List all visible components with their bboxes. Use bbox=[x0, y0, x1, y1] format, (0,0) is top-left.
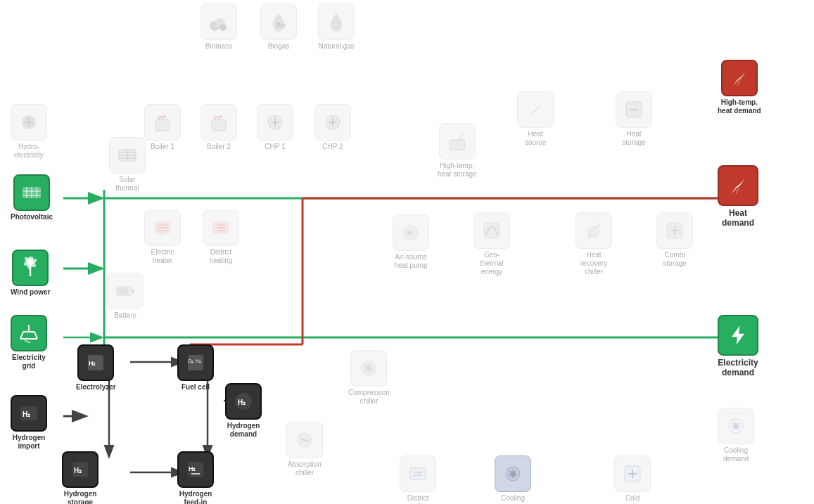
cooling-source-node[interactable]: Coolingsource bbox=[495, 455, 531, 504]
air-source-hp-node[interactable]: ❄ Air-sourceheat pump bbox=[393, 214, 429, 270]
electricity-grid-icon bbox=[11, 315, 47, 351]
geo-thermal-label: Geo-thermalenergy bbox=[480, 251, 503, 276]
battery-label: Battery bbox=[114, 311, 136, 320]
hydrogen-storage-node[interactable]: H₂ Hydrogenstorage bbox=[62, 451, 98, 504]
hydrogen-feedin-label: Hydrogenfeed-in bbox=[179, 490, 212, 504]
biogas-node[interactable]: Bio Biogas bbox=[260, 4, 297, 51]
chp1-icon bbox=[257, 104, 293, 141]
heat-storage-top-label: Heatstorage bbox=[622, 130, 645, 147]
high-temp-storage-label: High-temp.heat storage bbox=[438, 162, 477, 179]
hydrogen-demand-node[interactable]: H₂ Hydrogendemand bbox=[225, 383, 262, 439]
electrolyzer-label: Electrolyzer bbox=[76, 383, 116, 392]
battery-icon bbox=[107, 273, 144, 309]
svg-rect-30 bbox=[450, 140, 465, 150]
boiler1-label: Boiler 1 bbox=[151, 143, 174, 151]
heat-source-top-node[interactable]: Heatsource bbox=[517, 91, 554, 147]
heat-recovery-label: Heatrecoverychiller bbox=[580, 251, 607, 276]
electric-heater-node[interactable]: + - Electricheater bbox=[144, 209, 181, 265]
electricity-demand-icon bbox=[718, 315, 758, 356]
fuel-cell-node[interactable]: O₂ H₂ Fuel cell bbox=[177, 344, 214, 392]
fuel-cell-label: Fuel cell bbox=[182, 383, 210, 392]
cooling-demand-node[interactable]: Coolingdemand bbox=[718, 408, 754, 463]
wind-power-icon bbox=[12, 250, 49, 286]
natural-gas-node[interactable]: Natural gas bbox=[318, 4, 355, 51]
biomass-label: Biomass bbox=[205, 42, 232, 51]
hydrogen-import-node[interactable]: H₂ Hydrogenimport bbox=[11, 395, 47, 451]
biomass-node[interactable]: Biomass bbox=[201, 4, 237, 51]
hydro-icon bbox=[11, 104, 47, 141]
wind-power-node[interactable]: Wind power bbox=[11, 250, 51, 297]
svg-text:H₂: H₂ bbox=[196, 358, 201, 363]
chp2-node[interactable]: CHP 2 bbox=[314, 104, 351, 151]
boiler2-icon bbox=[201, 104, 237, 141]
heat-storage-top-node[interactable]: Heatstorage bbox=[616, 91, 652, 147]
high-temp-storage-icon bbox=[439, 123, 476, 160]
svg-line-60 bbox=[20, 332, 23, 339]
heat-demand-label: Heatdemand bbox=[722, 208, 754, 228]
cooling-source-label: Coolingsource bbox=[501, 494, 525, 504]
district-cooling-node[interactable]: Districtcooling bbox=[400, 455, 436, 504]
electrolyzer-node[interactable]: H₂ Electrolyzer bbox=[76, 344, 116, 392]
cold-storage-icon bbox=[614, 455, 651, 492]
svg-line-61 bbox=[34, 332, 37, 339]
photovoltaic-icon bbox=[13, 174, 50, 211]
compression-chiller-icon bbox=[350, 350, 387, 387]
biogas-icon: Bio bbox=[260, 4, 297, 40]
svg-point-49 bbox=[588, 226, 599, 238]
absorption-chiller-icon bbox=[286, 422, 323, 458]
svg-rect-57 bbox=[118, 288, 128, 294]
chp1-label: CHP 1 bbox=[265, 143, 285, 151]
solar-thermal-node[interactable]: Solarthermal bbox=[109, 137, 146, 193]
svg-rect-56 bbox=[132, 290, 134, 292]
compression-chiller-node[interactable]: Compressionchiller bbox=[348, 350, 390, 406]
hydrogen-import-label: Hydrogenimport bbox=[13, 434, 46, 451]
heat-demand-icon bbox=[718, 165, 758, 206]
hydrogen-storage-icon: H₂ bbox=[62, 451, 98, 488]
boiler1-node[interactable]: Boiler 1 bbox=[144, 104, 181, 151]
hydro-node[interactable]: Hydro-electricity bbox=[11, 104, 47, 160]
biomass-icon bbox=[201, 4, 237, 40]
svg-marker-63 bbox=[732, 326, 744, 345]
high-temp-demand-node[interactable]: High-temp.heat demand bbox=[718, 60, 761, 115]
photovoltaic-node[interactable]: Photovoltaic bbox=[11, 174, 53, 221]
battery-node[interactable]: Battery bbox=[107, 273, 144, 320]
chp1-node[interactable]: CHP 1 bbox=[257, 104, 293, 151]
electricity-grid-node[interactable]: Electricitygrid bbox=[11, 315, 47, 370]
geo-thermal-node[interactable]: Geo-thermalenergy bbox=[473, 212, 510, 276]
svg-text:H₂: H₂ bbox=[89, 360, 96, 367]
cooling-demand-label: Coolingdemand bbox=[723, 446, 749, 463]
hydrogen-storage-label: Hydrogenstorage bbox=[64, 490, 97, 504]
electricity-demand-node[interactable]: Electricitydemand bbox=[718, 315, 758, 378]
cold-storage-node[interactable]: Coldstorage bbox=[614, 455, 651, 504]
solar-thermal-icon bbox=[109, 137, 146, 174]
electric-heater-icon: + - bbox=[144, 209, 181, 246]
absorption-chiller-node[interactable]: Absorptionchiller bbox=[286, 422, 323, 477]
boiler2-node[interactable]: Boiler 2 bbox=[201, 104, 237, 151]
svg-text:H₂: H₂ bbox=[74, 467, 82, 474]
hydrogen-import-icon: H₂ bbox=[11, 395, 47, 432]
combi-storage-label: Combistorage bbox=[663, 251, 686, 268]
svg-text:H₂: H₂ bbox=[238, 399, 246, 406]
heat-source-top-icon bbox=[517, 91, 554, 128]
combi-storage-node[interactable]: Combistorage bbox=[656, 212, 693, 268]
svg-text:H₂: H₂ bbox=[189, 465, 196, 472]
heat-recovery-icon bbox=[575, 212, 612, 249]
heat-demand-node[interactable]: Heatdemand bbox=[718, 165, 758, 228]
heat-recovery-node[interactable]: Heatrecoverychiller bbox=[575, 212, 612, 276]
boiler1-icon bbox=[144, 104, 181, 141]
high-temp-demand-icon bbox=[721, 60, 758, 96]
high-temp-storage-node[interactable]: High-temp.heat storage bbox=[438, 123, 477, 179]
hydrogen-feedin-node[interactable]: H₂ Hydrogenfeed-in bbox=[177, 451, 214, 504]
biogas-label: Biogas bbox=[268, 42, 290, 51]
geo-thermal-icon bbox=[473, 212, 510, 249]
svg-point-17 bbox=[220, 24, 227, 31]
heat-storage-top-icon bbox=[616, 91, 652, 128]
chp2-icon bbox=[314, 104, 351, 141]
natural-gas-label: Natural gas bbox=[318, 42, 354, 51]
svg-rect-21 bbox=[212, 119, 226, 131]
high-temp-demand-label: High-temp.heat demand bbox=[718, 98, 761, 115]
district-heating-label: Districtheating bbox=[210, 248, 233, 265]
cold-storage-label: Coldstorage bbox=[621, 494, 644, 504]
district-heating-node[interactable]: Districtheating bbox=[203, 209, 239, 265]
cooling-demand-icon bbox=[718, 408, 754, 444]
